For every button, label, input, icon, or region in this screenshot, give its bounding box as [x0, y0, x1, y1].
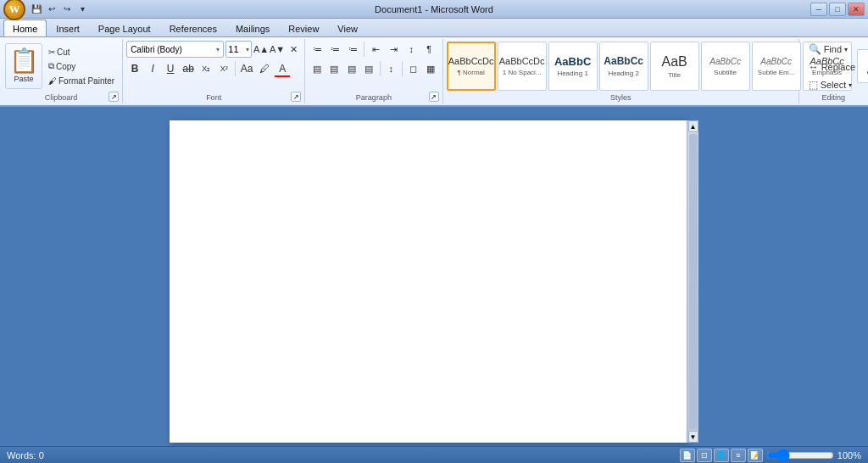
- undo-qa-button[interactable]: ↩: [45, 3, 58, 15]
- justify-button[interactable]: ▤: [360, 60, 376, 77]
- subscript-button[interactable]: X₂: [198, 60, 214, 77]
- clipboard-label: Clipboard: [0, 93, 122, 102]
- find-button[interactable]: 🔍 Find ▾: [803, 41, 861, 58]
- style-heading2[interactable]: AaBbCc Heading 2: [599, 42, 648, 91]
- font-size-buttons: A▲ A▼ ✕: [253, 42, 301, 57]
- font-expand-button[interactable]: ↗: [291, 92, 301, 102]
- paragraph-expand-button[interactable]: ↗: [429, 92, 439, 102]
- status-bar: Words: 0 📄 ⊡ 🌐 ≡ 📝 100%: [0, 446, 868, 463]
- clipboard-small-buttons: ✂ Cut ⧉ Copy 🖌 Format Painter: [44, 45, 119, 87]
- paste-button[interactable]: 📋 Paste: [5, 43, 42, 89]
- increase-font-button[interactable]: A▲: [253, 42, 269, 57]
- shading-button[interactable]: ◻: [405, 60, 421, 77]
- find-label: Find: [824, 44, 842, 54]
- decrease-font-button[interactable]: A▼: [270, 42, 285, 57]
- qa-dropdown-button[interactable]: ▾: [75, 3, 89, 15]
- align-right-button[interactable]: ▤: [343, 60, 359, 77]
- print-layout-button[interactable]: 📄: [680, 449, 695, 462]
- tab-mailings[interactable]: Mailings: [226, 20, 279, 36]
- clear-format-button[interactable]: ✕: [286, 42, 301, 57]
- document-area: ▲ ▼: [0, 107, 868, 446]
- para-row-2: ▤ ▤ ▤ ▤ ↕ ◻ ▦: [309, 60, 439, 77]
- font-name-row: Calibri (Body) ▾ 11 ▾ A▲ A▼ ✕: [126, 41, 301, 58]
- full-screen-button[interactable]: ⊡: [697, 449, 712, 462]
- increase-indent-button[interactable]: ⇥: [385, 41, 402, 58]
- vertical-scrollbar[interactable]: ▲ ▼: [687, 120, 698, 443]
- line-spacing-button[interactable]: ↕: [383, 60, 399, 77]
- select-icon: ⬚: [809, 79, 818, 91]
- font-color-button[interactable]: A: [274, 60, 291, 77]
- tab-insert[interactable]: Insert: [47, 20, 89, 36]
- tab-home[interactable]: Home: [3, 20, 47, 36]
- numbering-button[interactable]: ≔: [326, 41, 343, 58]
- close-button[interactable]: ✕: [848, 3, 865, 16]
- save-qa-button[interactable]: 💾: [30, 3, 43, 15]
- editing-label: Editing: [799, 93, 868, 102]
- decrease-indent-button[interactable]: ⇤: [367, 41, 384, 58]
- styles-group: AaBbCcDc ¶ Normal AaBbCcDc 1 No Spaci...…: [443, 39, 799, 103]
- scroll-up-button[interactable]: ▲: [688, 120, 698, 132]
- borders-button[interactable]: ▦: [422, 60, 438, 77]
- italic-button[interactable]: I: [144, 60, 161, 77]
- scroll-down-button[interactable]: ▼: [688, 431, 698, 443]
- cut-label: Cut: [57, 47, 70, 57]
- copy-button[interactable]: ⧉ Copy: [44, 59, 119, 73]
- superscript-button[interactable]: X²: [215, 60, 232, 77]
- style-no-spacing-preview: AaBbCcDc: [499, 56, 545, 67]
- style-title[interactable]: AaB Title: [650, 42, 699, 91]
- show-hide-button[interactable]: ¶: [420, 41, 437, 58]
- tab-view[interactable]: View: [328, 20, 367, 36]
- font-name-combo[interactable]: Calibri (Body) ▾: [126, 41, 224, 58]
- outline-button[interactable]: ≡: [731, 449, 746, 462]
- para-sep2: [380, 61, 381, 76]
- font-name-value: Calibri (Body): [131, 45, 182, 54]
- align-left-button[interactable]: ▤: [309, 60, 325, 77]
- office-button[interactable]: W: [3, 0, 25, 20]
- style-heading1-label: Heading 1: [557, 70, 587, 77]
- status-right: 📄 ⊡ 🌐 ≡ 📝 100%: [680, 449, 861, 462]
- clipboard-expand-button[interactable]: ↗: [108, 92, 119, 102]
- bold-button[interactable]: B: [126, 60, 143, 77]
- format-painter-button[interactable]: 🖌 Format Painter: [44, 74, 119, 87]
- title-bar: W 💾 ↩ ↪ ▾ Document1 - Microsoft Word ─ □…: [0, 0, 868, 19]
- multilevel-button[interactable]: ≔: [344, 41, 361, 58]
- styles-label: Styles: [443, 93, 798, 102]
- style-subtitle-label: Subtitle: [714, 69, 737, 76]
- zoom-percentage: 100%: [837, 450, 861, 460]
- replace-button[interactable]: ↔ Replace: [803, 59, 861, 75]
- change-case-button[interactable]: Aa: [238, 60, 255, 77]
- style-subtitle[interactable]: AaBbCc Subtitle: [701, 42, 750, 91]
- style-heading2-label: Heading 2: [608, 70, 638, 77]
- underline-button[interactable]: U: [162, 60, 179, 77]
- style-normal[interactable]: AaBbCcDc ¶ Normal: [447, 42, 496, 91]
- draft-button[interactable]: 📝: [748, 449, 763, 462]
- minimize-button[interactable]: ─: [810, 3, 827, 16]
- sort-button[interactable]: ↕: [403, 41, 420, 58]
- center-button[interactable]: ▤: [326, 60, 342, 77]
- tab-review[interactable]: Review: [279, 20, 328, 36]
- style-no-spacing[interactable]: AaBbCcDc 1 No Spaci...: [498, 42, 547, 91]
- bullets-button[interactable]: ≔: [309, 41, 326, 58]
- tab-page-layout[interactable]: Page Layout: [89, 20, 160, 36]
- strikethrough-button[interactable]: ab: [180, 60, 197, 77]
- maximize-button[interactable]: □: [829, 3, 846, 16]
- document-canvas[interactable]: [170, 120, 687, 443]
- redo-qa-button[interactable]: ↪: [60, 3, 74, 15]
- tab-references[interactable]: References: [160, 20, 226, 36]
- replace-icon: ↔: [809, 61, 819, 73]
- cut-button[interactable]: ✂ Cut: [44, 45, 119, 59]
- font-size-value: 11: [228, 44, 238, 54]
- word-count: Words: 0: [7, 450, 44, 460]
- select-button[interactable]: ⬚ Select ▾: [803, 76, 861, 93]
- select-arrow: ▾: [849, 81, 852, 89]
- font-name-arrow: ▾: [216, 46, 220, 53]
- web-layout-button[interactable]: 🌐: [714, 449, 729, 462]
- style-heading1[interactable]: AaBbC Heading 1: [548, 42, 598, 91]
- font-size-combo[interactable]: 11 ▾: [225, 41, 252, 58]
- title-bar-left: W 💾 ↩ ↪ ▾: [3, 0, 89, 20]
- zoom-slider[interactable]: [766, 450, 834, 460]
- font-label: Font: [123, 93, 304, 102]
- scroll-thumb[interactable]: [689, 134, 698, 429]
- highlight-button[interactable]: 🖊: [256, 60, 273, 77]
- style-subtle-em[interactable]: AaBbCc Subtle Em...: [752, 42, 801, 91]
